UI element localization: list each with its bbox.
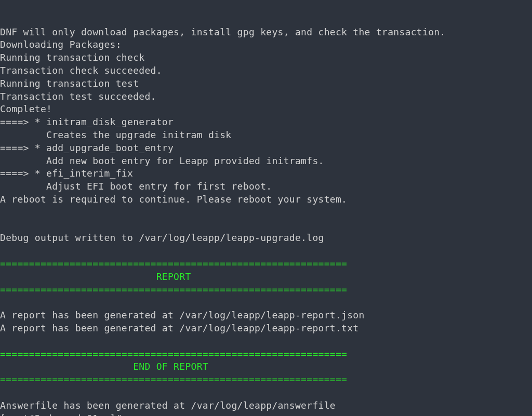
output-line: Creates the upgrade initram disk [0,129,532,142]
output-line: ====> * add_upgrade_boot_entry [0,142,532,155]
output-line: ========================================… [0,348,532,361]
output-line: Add new boot entry for Leapp provided in… [0,155,532,168]
output-line: Answerfile has been generated at /var/lo… [0,399,532,412]
output-line: ========================================… [0,284,532,297]
output-line [0,245,532,258]
output-line: REPORT [0,271,532,284]
output-line: ====> * initram_disk_generator [0,116,532,129]
terminal-output[interactable]: DNF will only download packages, install… [0,0,532,416]
output-line: Transaction test succeeded. [0,90,532,103]
output-line: Running transaction check [0,51,532,64]
output-line: Downloading Packages: [0,38,532,51]
output-line: A report has been generated at /var/log/… [0,309,532,322]
shell-prompt-line[interactable]: [root@2gdevnode01 ~]# [0,412,532,417]
output-line: Running transaction test [0,77,532,90]
output-line: A reboot is required to continue. Please… [0,193,532,206]
output-line: ========================================… [0,258,532,271]
output-line [0,296,532,309]
output-line: A report has been generated at /var/log/… [0,322,532,335]
output-line: Complete! [0,103,532,116]
output-line: Debug output written to /var/log/leapp/l… [0,232,532,245]
output-line [0,335,532,348]
output-line [0,219,532,232]
output-line: ========================================… [0,373,532,386]
shell-prompt: [root@2gdevnode01 ~]# [0,413,122,417]
output-line: Transaction check succeeded. [0,64,532,77]
output-line [0,206,532,219]
cursor [122,413,127,417]
output-line: DNF will only download packages, install… [0,26,532,39]
output-line [0,386,532,399]
output-line: Adjust EFI boot entry for first reboot. [0,180,532,193]
output-line: ====> * efi_interim_fix [0,167,532,180]
output-line: END OF REPORT [0,360,532,373]
